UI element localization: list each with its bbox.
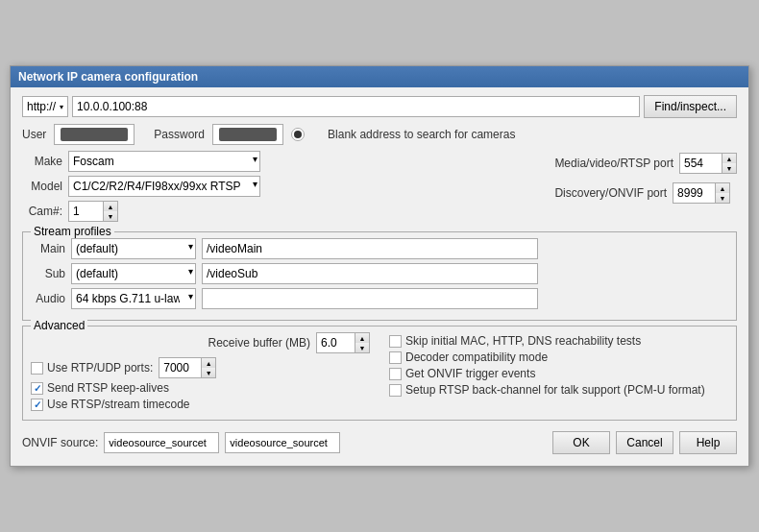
main-select[interactable]: (default): [71, 238, 196, 259]
rtp-spin-up[interactable]: ▲: [202, 358, 215, 368]
rtp-spin-down[interactable]: ▼: [202, 368, 215, 377]
main-path-input[interactable]: [202, 238, 538, 259]
cam-spin-down[interactable]: ▼: [104, 211, 117, 221]
model-label: Model: [22, 180, 62, 193]
media-rtsp-input[interactable]: [679, 153, 722, 174]
cam-spin-up[interactable]: ▲: [104, 202, 117, 211]
rtp-port-input[interactable]: [159, 357, 201, 378]
blank-address-hint: Blank address to search for cameras: [328, 128, 515, 141]
skip-mac-label: Skip initial MAC, HTTP, DNS reachability…: [405, 334, 641, 348]
model-select[interactable]: C1/C2/R2/R4/FI98xx/99xx RTSP: [68, 176, 260, 197]
dialog-title: Network IP camera configuration: [18, 70, 198, 84]
sub-path-input[interactable]: [202, 263, 538, 284]
send-keepalives-checkbox[interactable]: [31, 382, 43, 395]
protocol-chevron[interactable]: ▾: [60, 103, 63, 111]
decoder-compat-label: Decoder compatibility mode: [405, 351, 548, 364]
advanced-title: Advanced: [31, 319, 87, 332]
audio-path-input[interactable]: [202, 288, 538, 309]
help-button[interactable]: Help: [679, 431, 737, 454]
protocol-label: http://: [27, 100, 56, 113]
skip-mac-checkbox[interactable]: [389, 335, 402, 348]
cam-input[interactable]: [68, 201, 103, 222]
main-label: Main: [31, 242, 65, 255]
receive-buffer-label: Receive buffer (MB): [208, 336, 310, 350]
audio-select[interactable]: 64 kbps G.711 u-law: [71, 288, 196, 309]
get-onvif-checkbox[interactable]: [389, 368, 402, 380]
stream-profiles-group: Stream profiles Main (default) Sub (defa…: [22, 231, 737, 321]
onvif-source-input-1[interactable]: [104, 432, 219, 453]
password-label: Password: [154, 128, 205, 141]
decoder-compat-checkbox[interactable]: [389, 351, 402, 364]
discovery-spin-down[interactable]: ▼: [716, 193, 729, 203]
find-inspect-button[interactable]: Find/inspect...: [644, 95, 737, 118]
receive-buffer-spin-down[interactable]: ▼: [355, 343, 369, 352]
media-rtsp-label: Media/video/RTSP port: [554, 157, 673, 170]
user-masked-value: [61, 128, 128, 141]
make-select[interactable]: Foscam: [68, 151, 260, 172]
setup-rtsp-checkbox[interactable]: [389, 384, 402, 397]
dialog-window: Network IP camera configuration http:// …: [10, 65, 749, 467]
cancel-button[interactable]: Cancel: [616, 431, 673, 454]
make-label: Make: [22, 155, 62, 168]
onvif-source-input-2[interactable]: [225, 432, 340, 453]
stream-profiles-title: Stream profiles: [31, 225, 114, 238]
sub-select[interactable]: (default): [71, 263, 196, 284]
title-bar: Network IP camera configuration: [11, 66, 748, 87]
use-rtp-label: Use RTP/UDP ports:: [47, 361, 153, 375]
discovery-label: Discovery/ONVIF port: [554, 186, 667, 200]
protocol-select[interactable]: http:// ▾: [22, 96, 68, 117]
address-input[interactable]: [72, 96, 640, 117]
send-keepalives-label: Send RTSP keep-alives: [47, 381, 169, 395]
cam-spinbox: ▲ ▼: [68, 201, 118, 222]
onvif-source-label: ONVIF source:: [22, 436, 98, 449]
media-rtsp-spin-down[interactable]: ▼: [722, 163, 736, 173]
discovery-spin-up[interactable]: ▲: [716, 183, 729, 193]
receive-buffer-input[interactable]: [316, 332, 355, 353]
sub-label: Sub: [31, 267, 65, 280]
setup-rtsp-label: Setup RTSP back-channel for talk support…: [405, 383, 705, 397]
user-label: User: [22, 128, 46, 141]
use-timecode-label: Use RTSP/stream timecode: [47, 398, 190, 411]
use-rtp-checkbox[interactable]: [31, 362, 43, 375]
ok-button[interactable]: OK: [552, 431, 610, 454]
receive-buffer-spin-up[interactable]: ▲: [355, 333, 369, 343]
audio-label: Audio: [31, 292, 65, 305]
footer-row: ONVIF source: OK Cancel Help: [22, 425, 737, 458]
password-masked-value: [219, 128, 277, 141]
discovery-input[interactable]: [673, 182, 715, 204]
advanced-group: Advanced Receive buffer (MB) ▲ ▼: [22, 326, 737, 421]
show-password-radio[interactable]: [291, 128, 305, 141]
media-rtsp-spin-up[interactable]: ▲: [722, 154, 736, 163]
get-onvif-label: Get ONVIF trigger events: [405, 367, 535, 380]
use-timecode-checkbox[interactable]: [31, 399, 43, 411]
cam-label: Cam#:: [22, 205, 62, 218]
